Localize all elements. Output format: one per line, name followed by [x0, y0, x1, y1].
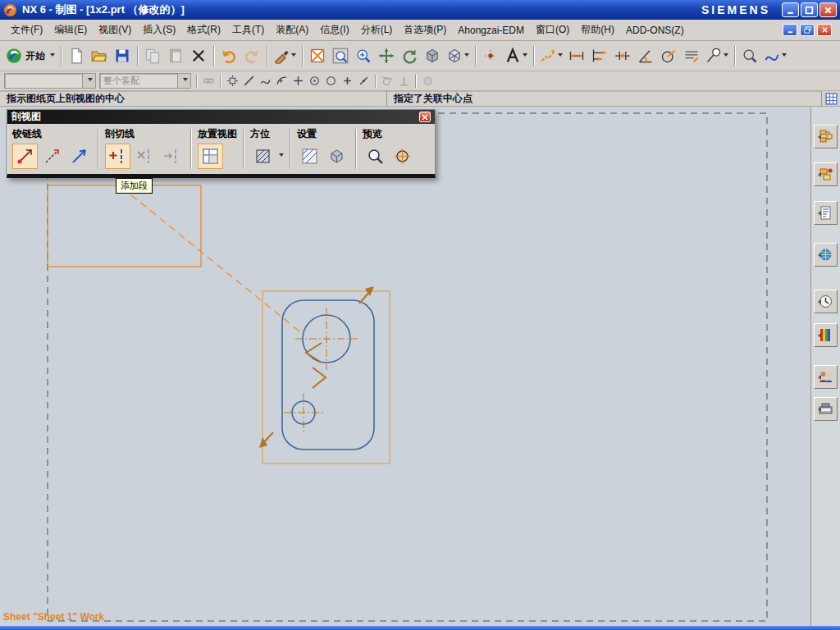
menu-item-information[interactable]: 信息(I) — [314, 20, 354, 40]
combo-arrow[interactable] — [82, 74, 95, 88]
place-view-group: 放置视图 — [198, 127, 237, 169]
curve-button[interactable] — [761, 44, 789, 67]
combo-arrow[interactable] — [177, 74, 190, 88]
selection-filter-combo[interactable] — [4, 73, 96, 89]
palettes-tab[interactable] — [814, 323, 838, 347]
menu-item-window[interactable]: 窗口(O) — [530, 20, 575, 40]
display-style-button[interactable] — [271, 44, 299, 67]
menu-item-edit[interactable]: 编辑(E) — [48, 20, 93, 40]
cut-icon — [190, 48, 207, 64]
preview-button[interactable] — [363, 144, 388, 169]
dropdown-arrow-icon — [523, 53, 527, 59]
dim-radius-button[interactable] — [657, 44, 680, 67]
menu-item-format[interactable]: 格式(R) — [181, 20, 226, 40]
redo-button[interactable] — [240, 44, 263, 67]
child-restore-button[interactable] — [800, 24, 815, 36]
materials-tab[interactable] — [814, 397, 838, 421]
menu-item-ahongzai-edm[interactable]: Ahongzai-EDM — [452, 21, 530, 39]
section-line-button[interactable] — [537, 44, 565, 67]
view-style-button[interactable] — [444, 44, 472, 67]
selection-scope-combo[interactable]: 整个装配 — [99, 73, 191, 89]
parent-view-border[interactable] — [48, 185, 201, 267]
dialog-close-button[interactable] — [419, 112, 431, 122]
move-segment-button[interactable] — [159, 144, 185, 169]
paste-button[interactable] — [164, 44, 187, 67]
dialog-title: 剖视图 — [11, 110, 41, 124]
zoom-button[interactable] — [352, 44, 375, 67]
snap-endpoint-button[interactable] — [240, 73, 257, 89]
child-close-button[interactable] — [817, 24, 832, 36]
dropdown-arrow-icon — [558, 53, 563, 59]
sheet-layout-button[interactable] — [822, 91, 840, 106]
place-view-button[interactable] — [198, 144, 223, 169]
pan-button[interactable] — [375, 44, 398, 67]
start-button[interactable]: 开始 — [3, 44, 57, 67]
fit-view-button[interactable] — [329, 44, 352, 67]
roles-tab[interactable] — [814, 365, 838, 389]
layout-views-button[interactable] — [306, 44, 329, 67]
reverse-hinge-vector-button[interactable] — [39, 144, 65, 169]
preview-locator-button[interactable] — [390, 144, 415, 169]
point-button[interactable] — [479, 44, 502, 67]
zoom-tool-button[interactable] — [738, 44, 761, 67]
menu-item-preferences[interactable]: 首选项(P) — [398, 20, 452, 40]
dim-baseline-button[interactable] — [588, 44, 611, 67]
constraint-navigator-tab[interactable] — [814, 162, 838, 186]
menu-item-assemblies[interactable]: 装配(A) — [270, 20, 314, 40]
maximize-icon — [805, 6, 814, 15]
snap-curve-button[interactable] — [257, 73, 273, 89]
snap-handles-button[interactable] — [224, 73, 240, 89]
undo-button[interactable] — [217, 44, 240, 67]
text-button[interactable] — [502, 44, 530, 67]
child-minimize-button[interactable] — [783, 24, 797, 36]
rotate-button[interactable] — [398, 44, 421, 67]
menu-item-view[interactable]: 视图(V) — [93, 20, 137, 40]
cut-button[interactable] — [187, 44, 210, 67]
snap-intersection-button[interactable] — [290, 73, 306, 89]
note-button[interactable] — [680, 44, 703, 67]
solid-body-filter-button[interactable] — [419, 73, 436, 89]
menu-item-file[interactable]: 文件(F) — [5, 20, 48, 40]
open-button[interactable] — [88, 44, 111, 67]
browser-tab[interactable] — [814, 243, 838, 267]
snap-perpendicular-button[interactable] — [395, 73, 412, 89]
menu-item-help[interactable]: 帮助(H) — [575, 20, 620, 40]
menu-item-insert[interactable]: 插入(S) — [137, 20, 181, 40]
dim-chain-button[interactable] — [611, 44, 634, 67]
history-tab[interactable] — [814, 290, 838, 313]
snap-quadrant-button[interactable] — [322, 73, 339, 89]
menu-item-tools[interactable]: 工具(T) — [226, 20, 270, 40]
snap-tangent-button[interactable] — [379, 73, 395, 89]
shaded-view-button[interactable] — [421, 44, 444, 67]
balloon-button[interactable] — [703, 44, 731, 67]
separator — [213, 46, 214, 66]
add-segment-button[interactable] — [105, 144, 130, 169]
close-button[interactable] — [819, 2, 837, 17]
orientation-button[interactable] — [250, 144, 276, 169]
hinge-vector-button[interactable] — [66, 144, 92, 169]
part-outline[interactable] — [282, 300, 374, 450]
minimize-button[interactable] — [782, 2, 799, 17]
snap-point-on-curve-button[interactable] — [355, 73, 372, 89]
part-navigator-tab[interactable] — [814, 201, 838, 225]
snap-midpoint-button[interactable] — [273, 73, 290, 89]
new-button[interactable] — [65, 44, 88, 67]
separator — [98, 129, 99, 169]
view-style-settings-button[interactable] — [324, 144, 349, 169]
copy-button[interactable] — [141, 44, 164, 67]
interpart-link-button[interactable] — [200, 73, 217, 89]
define-hinge-line-button[interactable] — [12, 144, 38, 169]
dialog-titlebar[interactable]: 剖视图 — [7, 110, 435, 124]
section-settings-button[interactable] — [297, 144, 322, 169]
snap-existing-point-button[interactable] — [339, 73, 355, 89]
dim-linear-button[interactable] — [565, 44, 588, 67]
maximize-button[interactable] — [801, 2, 818, 17]
save-button[interactable] — [111, 44, 134, 67]
dim-angular-button[interactable] — [634, 44, 657, 67]
menu-item-addons[interactable]: ADD-ONS(Z) — [620, 21, 690, 39]
delete-segment-button[interactable] — [132, 144, 158, 169]
snap-center-button[interactable] — [306, 73, 322, 89]
menu-item-analysis[interactable]: 分析(L) — [355, 20, 399, 40]
assembly-navigator-tab[interactable] — [814, 125, 838, 148]
restore-icon — [804, 26, 811, 34]
